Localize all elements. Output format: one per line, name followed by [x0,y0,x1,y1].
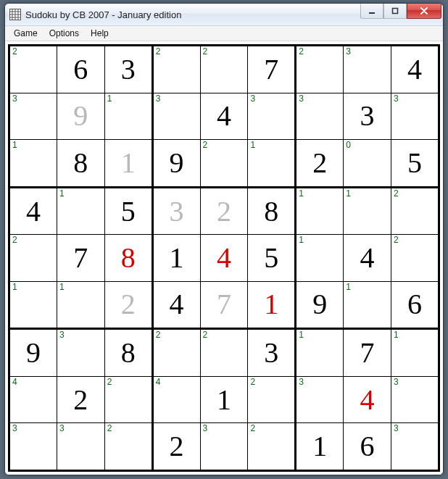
sudoku-cell[interactable]: 2 [200,329,248,377]
sudoku-cell[interactable]: 8 [104,329,152,377]
cell-hint: 3 [59,330,65,339]
cell-hint: 3 [203,424,208,433]
sudoku-cell[interactable]: 2 [391,235,439,281]
sudoku-cell[interactable]: 3 [344,93,391,139]
sudoku-cell[interactable]: 3 [248,93,296,139]
maximize-button[interactable] [383,4,407,19]
sudoku-cell[interactable]: 2 [104,281,152,329]
sudoku-cell[interactable]: 3 [57,329,104,377]
sudoku-cell[interactable]: 9 [9,329,57,377]
sudoku-cell[interactable]: 4 [344,235,391,281]
sudoku-cell[interactable]: 1 [344,281,391,329]
sudoku-cell[interactable]: 5 [391,139,439,187]
sudoku-cell[interactable]: 2 [200,139,248,187]
sudoku-cell[interactable]: 3 [248,329,296,377]
menu-options[interactable]: Options [43,27,85,40]
menu-bar: Game Options Help [5,26,443,41]
sudoku-cell[interactable]: 3 [391,423,439,471]
title-bar[interactable]: Sudoku by CB 2007 - January edition [5,4,443,26]
sudoku-cell[interactable]: 1 [296,187,344,235]
sudoku-cell[interactable]: 3 [296,93,344,139]
sudoku-cell[interactable]: 3 [104,46,152,93]
sudoku-cell[interactable]: 2 [104,423,152,471]
sudoku-cell[interactable]: 2 [152,46,200,93]
minimize-button[interactable] [360,4,383,19]
sudoku-cell[interactable]: 8 [57,139,104,187]
sudoku-cell[interactable]: 0 [344,139,391,187]
sudoku-cell[interactable]: 1 [296,329,344,377]
cell-value: 8 [264,197,278,226]
sudoku-cell[interactable]: 4 [9,377,57,423]
sudoku-cell[interactable]: 7 [248,46,296,93]
sudoku-cell[interactable]: 6 [344,423,391,471]
sudoku-cell[interactable]: 9 [152,139,200,187]
menu-game[interactable]: Game [8,27,43,40]
sudoku-cell[interactable]: 2 [104,377,152,423]
cell-value: 1 [217,386,231,415]
cell-value: 1 [121,149,136,178]
sudoku-cell[interactable]: 3 [152,187,200,235]
sudoku-cell[interactable]: 1 [200,377,248,423]
sudoku-cell[interactable]: 1 [344,187,391,235]
sudoku-cell[interactable]: 4 [9,187,57,235]
sudoku-cell[interactable]: 4 [200,235,248,281]
menu-help[interactable]: Help [85,27,115,40]
sudoku-cell[interactable]: 4 [391,46,439,93]
sudoku-cell[interactable]: 2 [296,46,344,93]
sudoku-cell[interactable]: 1 [248,281,296,329]
sudoku-cell[interactable]: 1 [248,139,296,187]
sudoku-cell[interactable]: 8 [248,187,296,235]
sudoku-cell[interactable]: 1 [391,329,439,377]
sudoku-cell[interactable]: 7 [57,235,104,281]
sudoku-cell[interactable]: 2 [9,235,57,281]
sudoku-cell[interactable]: 2 [391,187,439,235]
sudoku-cell[interactable]: 2 [152,329,200,377]
sudoku-cell[interactable]: 3 [57,423,104,471]
sudoku-cell[interactable]: 9 [57,93,104,139]
sudoku-cell[interactable]: 3 [200,423,248,471]
sudoku-cell[interactable]: 3 [9,423,57,471]
sudoku-cell[interactable]: 4 [152,281,200,329]
cell-hint: 3 [299,378,304,386]
sudoku-cell[interactable]: 1 [296,423,344,471]
sudoku-cell[interactable]: 2 [248,377,296,423]
cell-value: 1 [312,432,327,461]
cell-hint: 3 [394,424,399,433]
sudoku-cell[interactable]: 5 [104,187,152,235]
sudoku-cell[interactable]: 1 [104,93,152,139]
sudoku-cell[interactable]: 5 [248,235,296,281]
sudoku-cell[interactable]: 1 [57,187,104,235]
sudoku-cell[interactable]: 2 [57,377,104,423]
sudoku-cell[interactable]: 1 [152,235,200,281]
sudoku-cell[interactable]: 7 [344,329,391,377]
sudoku-cell[interactable]: 2 [296,139,344,187]
sudoku-cell[interactable]: 6 [57,46,104,93]
cell-hint: 3 [299,94,304,103]
sudoku-cell[interactable]: 1 [104,139,152,187]
sudoku-cell[interactable]: 3 [391,377,439,423]
sudoku-cell[interactable]: 4 [152,377,200,423]
sudoku-cell[interactable]: 1 [9,139,57,187]
sudoku-cell[interactable]: 3 [9,93,57,139]
sudoku-cell[interactable]: 3 [152,93,200,139]
sudoku-cell[interactable]: 9 [296,281,344,329]
sudoku-cell[interactable]: 4 [344,377,391,423]
sudoku-cell[interactable]: 3 [391,93,439,139]
sudoku-cell[interactable]: 1 [57,281,104,329]
sudoku-cell[interactable]: 4 [200,93,248,139]
sudoku-cell[interactable]: 8 [104,235,152,281]
sudoku-cell[interactable]: 3 [296,377,344,423]
sudoku-cell[interactable]: 2 [152,423,200,471]
board-area: 2632272343913433331819212054153281122781… [5,41,443,475]
sudoku-cell[interactable]: 2 [200,187,248,235]
sudoku-cell[interactable]: 2 [248,423,296,471]
sudoku-cell[interactable]: 2 [9,46,57,93]
sudoku-cell[interactable]: 1 [296,235,344,281]
cell-value: 3 [121,55,136,84]
sudoku-cell[interactable]: 2 [200,46,248,93]
sudoku-cell[interactable]: 7 [200,281,248,329]
sudoku-cell[interactable]: 1 [9,281,57,329]
sudoku-cell[interactable]: 3 [344,46,391,93]
close-button[interactable] [407,4,441,19]
sudoku-cell[interactable]: 6 [391,281,439,329]
